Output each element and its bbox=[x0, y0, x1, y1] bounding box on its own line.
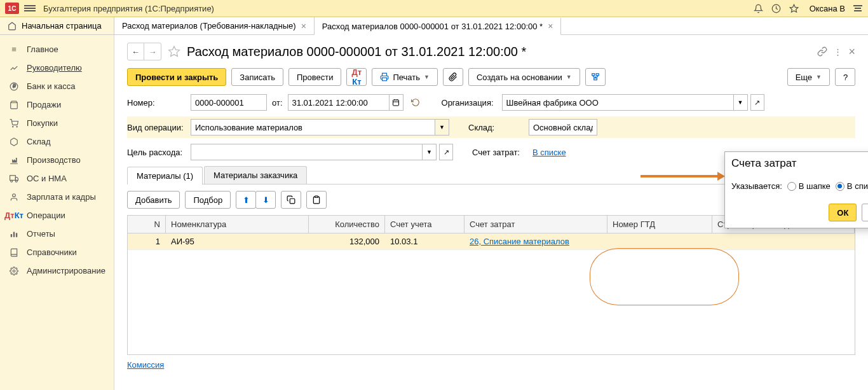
sidebar-item-reports[interactable]: Отчеты bbox=[0, 225, 114, 243]
kebab-icon[interactable]: ⋮ bbox=[834, 47, 842, 57]
link-icon[interactable] bbox=[817, 46, 827, 57]
dropdown-icon[interactable]: ▼ bbox=[423, 144, 437, 160]
svg-point-10 bbox=[13, 193, 16, 197]
save-button[interactable]: Записать bbox=[231, 68, 283, 86]
dropdown-icon[interactable]: ▼ bbox=[734, 94, 748, 111]
th-cost-account[interactable]: Счет затрат bbox=[465, 216, 607, 233]
th-quantity[interactable]: Количество bbox=[309, 216, 385, 233]
cell-gtd[interactable] bbox=[607, 233, 712, 249]
sidebar-item-salary[interactable]: Зарплата и кадры bbox=[0, 188, 114, 206]
print-button[interactable]: Печать▼ bbox=[372, 68, 438, 86]
radio-icon bbox=[787, 182, 796, 191]
table-row[interactable]: 1 АИ-95 132,000 10.03.1 26, Списание мат… bbox=[128, 233, 855, 250]
favorite-star-icon[interactable] bbox=[168, 45, 180, 58]
warehouse-input[interactable] bbox=[529, 119, 597, 136]
dtkt-icon: ДтКт bbox=[8, 211, 20, 220]
cell-cost-account[interactable]: 26, Списание материалов bbox=[465, 233, 607, 249]
nav-forward-button[interactable]: → bbox=[144, 43, 161, 60]
cell-quantity[interactable]: 132,000 bbox=[309, 233, 385, 249]
svg-rect-12 bbox=[13, 232, 15, 237]
dropdown-icon[interactable]: ▼ bbox=[435, 119, 449, 136]
svg-point-5 bbox=[17, 126, 17, 127]
svg-rect-29 bbox=[315, 196, 318, 197]
copy-button[interactable] bbox=[281, 191, 301, 209]
tab-customer-materials[interactable]: Материалы заказчика bbox=[204, 166, 307, 184]
popup-cancel-button[interactable]: Отмена bbox=[862, 204, 868, 221]
optype-input[interactable] bbox=[191, 119, 435, 136]
svg-point-9 bbox=[15, 180, 17, 182]
radio-in-header[interactable]: В шапке bbox=[787, 181, 831, 191]
sidebar-item-main[interactable]: ≡Главное bbox=[0, 40, 114, 59]
purpose-label: Цель расхода: bbox=[127, 148, 191, 157]
cart-icon bbox=[8, 119, 20, 128]
date-input[interactable] bbox=[288, 94, 390, 111]
create-based-button[interactable]: Создать на основании▼ bbox=[468, 68, 580, 86]
svg-rect-11 bbox=[11, 234, 12, 237]
paste-button[interactable] bbox=[306, 191, 327, 209]
sidebar-item-warehouse[interactable]: Склад bbox=[0, 132, 114, 151]
tab-list[interactable]: Расход материалов (Требования-накладные)… bbox=[114, 17, 315, 34]
number-input[interactable] bbox=[191, 94, 267, 111]
th-nomenclature[interactable]: Номенклатура bbox=[166, 216, 309, 233]
sidebar-item-production[interactable]: Производство bbox=[0, 151, 114, 169]
from-label: от: bbox=[272, 98, 283, 108]
popup-title: Счета затрат bbox=[731, 157, 868, 170]
cell-account[interactable]: 10.03.1 bbox=[385, 233, 465, 249]
costacc-label: Счет затрат: bbox=[472, 148, 532, 157]
org-input[interactable] bbox=[502, 94, 734, 111]
sidebar-item-admin[interactable]: Администрирование bbox=[0, 261, 114, 280]
panel-icon[interactable] bbox=[853, 3, 863, 13]
bell-icon[interactable] bbox=[754, 3, 764, 13]
structure-button[interactable] bbox=[585, 68, 606, 86]
attach-button[interactable] bbox=[443, 68, 463, 86]
close-document-button[interactable]: × bbox=[848, 45, 855, 59]
sidebar-item-bank[interactable]: ₽Банк и касса bbox=[0, 77, 114, 95]
svg-point-8 bbox=[11, 180, 13, 182]
cost-accounts-popup: Счета затрат ⋮ □ × Указывается: В шапке … bbox=[724, 151, 868, 228]
add-row-button[interactable]: Добавить bbox=[127, 191, 180, 209]
tab-close-icon[interactable]: × bbox=[301, 21, 306, 31]
open-icon[interactable]: ↗ bbox=[750, 94, 764, 111]
user-name[interactable]: Оксана В bbox=[810, 4, 845, 13]
svg-point-14 bbox=[13, 270, 15, 272]
costacc-link[interactable]: В списке bbox=[532, 148, 566, 157]
tab-document[interactable]: Расход материалов 0000-000001 от 31.01.2… bbox=[315, 18, 561, 35]
popup-ok-button[interactable]: ОК bbox=[829, 204, 857, 221]
sidebar-item-purchases[interactable]: Покупки bbox=[0, 114, 114, 132]
cell-country[interactable] bbox=[712, 233, 855, 249]
tab-list-label: Расход материалов (Требования-накладные) bbox=[122, 21, 296, 31]
tab-materials[interactable]: Материалы (1) bbox=[127, 167, 203, 185]
tab-close-icon[interactable]: × bbox=[548, 21, 553, 31]
history-icon[interactable] bbox=[771, 3, 782, 13]
tabs-row: Начальная страница Расход материалов (Тр… bbox=[0, 17, 868, 35]
sidebar-item-sales[interactable]: Продажи bbox=[0, 95, 114, 114]
radio-in-list[interactable]: В списке bbox=[836, 181, 868, 191]
help-button[interactable]: ? bbox=[835, 68, 855, 86]
calendar-icon[interactable] bbox=[390, 94, 403, 111]
th-gtd[interactable]: Номер ГТД bbox=[607, 216, 712, 233]
post-and-close-button[interactable]: Провести и закрыть bbox=[127, 68, 226, 86]
home-tab[interactable]: Начальная страница bbox=[0, 17, 114, 34]
commission-link[interactable]: Комиссия bbox=[127, 360, 164, 370]
cell-nomenclature[interactable]: АИ-95 bbox=[166, 233, 309, 249]
star-icon[interactable] bbox=[789, 3, 799, 13]
cell-n[interactable]: 1 bbox=[128, 233, 166, 249]
tab-document-label: Расход материалов 0000-000001 от 31.01.2… bbox=[322, 22, 543, 31]
hamburger-icon[interactable] bbox=[24, 5, 36, 11]
open-icon[interactable]: ↗ bbox=[439, 144, 453, 160]
sidebar-item-assets[interactable]: ОС и НМА bbox=[0, 169, 114, 188]
dtkt-button[interactable]: ДтКт bbox=[346, 68, 367, 86]
nav-back-button[interactable]: ← bbox=[128, 43, 144, 60]
move-down-button[interactable]: ⬇ bbox=[255, 191, 276, 209]
th-account[interactable]: Счет учета bbox=[385, 216, 465, 233]
purpose-input[interactable] bbox=[191, 144, 423, 160]
pick-button[interactable]: Подбор bbox=[185, 191, 231, 209]
more-button[interactable]: Еще▼ bbox=[787, 68, 830, 86]
post-button[interactable]: Провести bbox=[288, 68, 342, 86]
move-up-button[interactable]: ⬆ bbox=[236, 191, 256, 209]
sidebar-item-operations[interactable]: ДтКтОперации bbox=[0, 206, 114, 225]
th-n[interactable]: N bbox=[128, 216, 166, 233]
sidebar-item-manager[interactable]: Руководителю bbox=[0, 59, 114, 77]
sidebar-item-catalogs[interactable]: Справочники bbox=[0, 243, 114, 261]
refresh-icon[interactable] bbox=[409, 94, 423, 111]
